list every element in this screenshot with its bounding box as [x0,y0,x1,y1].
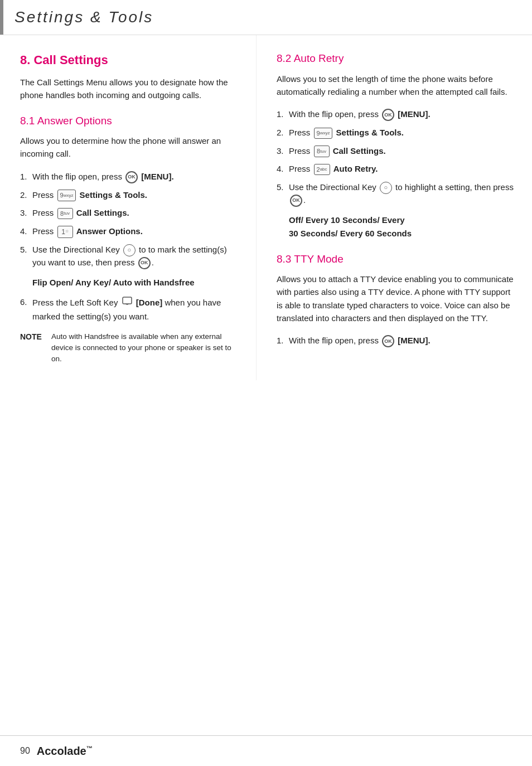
step-8-2-4: 4. Press 2abc Auto Retry. [277,163,516,176]
step-num: 5. [20,244,32,256]
key9-icon: 9wxyz [314,128,333,139]
subsection-8-2-title: 8.2 Auto Retry [277,51,516,67]
step-8-1-1: 1. With the flip open, press OK [MENU]. [20,171,240,183]
step-content: Press 2abc Auto Retry. [289,163,516,176]
page-container: Settings & Tools 8. Call Settings The Ca… [0,0,532,766]
subsection-8-3-intro: Allows you to attach a TTY device enabli… [277,273,516,324]
step-content: Press 8tuv Call Settings. [289,145,516,158]
page-header: Settings & Tools [0,0,532,35]
dir-icon: ○ [123,244,136,256]
step-content: Press 9wxyz Settings & Tools. [289,127,516,139]
step-num: 1. [277,334,289,347]
key8-icon: 8tuv [57,208,73,220]
step-num: 4. [277,163,289,176]
brand-name: Accolade™ [37,743,93,759]
ok-icon: OK [382,335,394,347]
step-8-2-5: 5. Use the Directional Key ○ to highligh… [277,181,516,207]
step-num: 2. [277,127,289,139]
svg-rect-0 [123,297,132,304]
subsection-8-1-intro: Allows you to determine how the phone wi… [20,134,240,161]
right-column: 8.2 Auto Retry Allows you to set the len… [257,35,532,380]
step-num: 1. [277,108,289,121]
step-8-2-1: 1. With the flip open, press OK [MENU]. [277,108,516,121]
step-content: Press 8tuv Call Settings. [32,207,240,220]
step-8-1-5: 5. Use the Directional Key ○ to to mark … [20,244,240,269]
step-content: Use the Directional Key ○ to highlight a… [289,181,516,207]
step-content: Press 9wxyz Settings & Tools. [32,189,240,202]
step-num: 1. [20,171,32,183]
options-8-2: Off/ Every 10 Seconds/ Every30 Seconds/ … [289,214,516,240]
step-content: With the flip open, press OK [MENU]. [289,108,516,121]
dir-icon: ○ [380,182,392,194]
step-8-3-1: 1. With the flip open, press OK [MENU]. [277,334,516,347]
content-columns: 8. Call Settings The Call Settings Menu … [0,35,532,380]
subsection-8-2-intro: Allows you to set the length of time the… [277,72,516,99]
step-8-1-2: 2. Press 9wxyz Settings & Tools. [20,189,240,202]
subsection-8-1-title: 8.1 Answer Options [20,113,240,129]
steps-8-1: 1. With the flip open, press OK [MENU]. … [20,171,240,269]
step-num: 4. [20,225,32,238]
page-number: 90 [20,744,30,758]
subsection-8-3-title: 8.3 TTY Mode [277,251,516,268]
svg-marker-1 [125,304,129,305]
key2-icon: 2abc [314,164,330,176]
section-8-title: 8. Call Settings [20,51,240,69]
key1-icon: 1☆ [57,226,73,238]
key9-icon: 9wxyz [57,190,76,201]
steps-8-1-extra: 6. Press the Left Soft Key [Done] when y… [20,296,240,323]
step-content: With the flip open, press OK [MENU]. [289,334,516,347]
left-column: 8. Call Settings The Call Settings Menu … [0,35,257,380]
key8-icon: 8tuv [314,146,330,157]
page-title: Settings & Tools [3,0,165,35]
step-content: Press 1☆ Answer Options. [32,225,240,238]
page-footer: 90 Accolade™ [0,735,532,766]
step-8-1-3: 3. Press 8tuv Call Settings. [20,207,240,220]
section-8-intro: The Call Settings Menu allows you to des… [20,76,240,102]
softkey-icon [122,296,133,307]
step-8-2-2: 2. Press 9wxyz Settings & Tools. [277,127,516,139]
options-8-1: Flip Open/ Any Key/ Auto with Handsfree [32,276,240,289]
ok-icon: OK [382,109,394,121]
step-num: 3. [20,207,32,220]
step-num: 6. [20,296,32,309]
steps-8-2: 1. With the flip open, press OK [MENU]. … [277,108,516,207]
ok-icon-2: OK [290,195,302,207]
step-content: With the flip open, press OK [MENU]. [32,171,240,183]
ok-icon: OK [125,171,138,183]
steps-8-3: 1. With the flip open, press OK [MENU]. [277,334,516,347]
step-content: Press the Left Soft Key [Done] when you … [32,296,240,323]
ok-icon-2: OK [138,257,151,269]
note-label: NOTE [20,331,47,343]
note-8-1: NOTE Auto with Handsfree is available wh… [20,331,240,365]
step-8-1-4: 4. Press 1☆ Answer Options. [20,225,240,238]
step-content: Use the Directional Key ○ to to mark the… [32,244,240,269]
step-8-2-3: 3. Press 8tuv Call Settings. [277,145,516,158]
step-num: 5. [277,181,289,194]
step-num: 3. [277,145,289,158]
note-text: Auto with Handsfree is available when an… [51,331,240,365]
step-num: 2. [20,189,32,202]
step-8-1-6: 6. Press the Left Soft Key [Done] when y… [20,296,240,323]
